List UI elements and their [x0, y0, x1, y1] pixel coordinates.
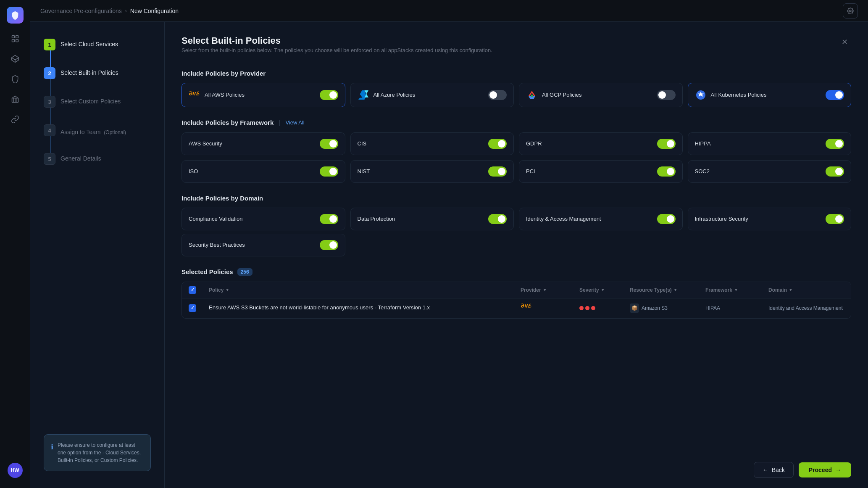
domain-infrastructure-card[interactable]: Infrastructure Security: [688, 208, 852, 230]
proceed-button[interactable]: Proceed →: [799, 462, 851, 477]
app-logo: [7, 7, 24, 24]
aws-toggle[interactable]: [320, 90, 338, 100]
col-resource: Resource Type(s) ▼: [630, 287, 705, 293]
back-arrow-icon: ←: [763, 467, 768, 473]
framework-hippa-card[interactable]: HIPPA: [688, 132, 852, 155]
provider-aws-card[interactable]: All AWS Policies: [181, 83, 345, 107]
domain-compliance-label: Compliance Validation: [189, 216, 242, 222]
sidebar-icon-link[interactable]: [7, 111, 24, 128]
nist-toggle[interactable]: [488, 166, 507, 177]
hippa-toggle[interactable]: [826, 139, 844, 149]
provider-filter-icon[interactable]: ▼: [543, 288, 547, 292]
step-5: 5 General Details: [44, 153, 151, 165]
user-avatar[interactable]: HW: [8, 463, 23, 478]
col-domain: Domain ▼: [768, 287, 844, 293]
severity-indicator: [579, 306, 630, 310]
compliance-toggle[interactable]: [320, 214, 338, 224]
pci-toggle[interactable]: [657, 166, 676, 177]
severity-dot-2: [585, 306, 589, 310]
info-icon: ℹ: [51, 442, 53, 464]
row-domain-1: Identity and Access Management: [768, 305, 844, 311]
provider-gcp-card[interactable]: All GCP Policies: [519, 83, 683, 107]
resource-icon-1: 📦: [630, 303, 639, 313]
step-3-number: 3: [44, 96, 55, 108]
col-framework: Framework ▼: [705, 287, 768, 293]
domain-data-protection-card[interactable]: Data Protection: [350, 208, 514, 230]
sidebar: HW: [0, 0, 30, 488]
framework-soc2-card[interactable]: SOC2: [688, 160, 852, 183]
domain-filter-icon[interactable]: ▼: [789, 288, 793, 292]
provider-azure-card[interactable]: All Azure Policies: [350, 83, 514, 107]
iso-toggle[interactable]: [320, 166, 338, 177]
step-4: 4 Assign to Team (Optional): [44, 124, 151, 136]
domain-security-best-card[interactable]: Security Best Practices: [181, 234, 345, 256]
k8s-toggle[interactable]: [826, 90, 844, 100]
view-all-link[interactable]: View All: [285, 119, 304, 126]
sidebar-icon-shield[interactable]: [7, 71, 24, 87]
framework-filter-icon[interactable]: ▼: [734, 288, 738, 292]
sidebar-icon-stack[interactable]: [7, 30, 24, 47]
step-3-label: Select Custom Policies: [60, 96, 121, 105]
resource-filter-icon[interactable]: ▼: [673, 288, 678, 292]
framework-aws-security-card[interactable]: AWS Security: [181, 132, 345, 155]
domain-data-protection-label: Data Protection: [358, 216, 395, 222]
aws-icon: [189, 89, 200, 101]
sidebar-icon-bank[interactable]: [7, 91, 24, 108]
step-connector-1-2: [50, 50, 51, 67]
gcp-icon: [526, 89, 538, 101]
framework-nist-card[interactable]: NIST: [350, 160, 514, 183]
svg-line-5: [11, 58, 15, 60]
azure-policy-label: All Azure Policies: [374, 92, 416, 98]
domain-grid: Compliance Validation Data Protection Id…: [181, 208, 851, 230]
bottom-bar: ← Back Proceed →: [754, 462, 851, 478]
row-checkbox-1[interactable]: [189, 304, 196, 312]
aws-policy-label: All AWS Policies: [205, 92, 245, 98]
svg-rect-0: [12, 36, 14, 38]
framework-cis-card[interactable]: CIS: [350, 132, 514, 155]
framework-cis-label: CIS: [358, 140, 367, 147]
select-all-checkbox[interactable]: [189, 286, 196, 294]
settings-button[interactable]: [843, 3, 858, 18]
page-title: Select Built-in Policies: [181, 35, 492, 46]
step-1-label: Select Cloud Services: [60, 39, 118, 47]
domain-identity-label: Identity & Access Management: [526, 216, 601, 222]
framework-hippa-label: HIPPA: [695, 140, 711, 147]
soc2-toggle[interactable]: [826, 166, 844, 177]
provider-k8s-card[interactable]: All Kubernetes Policies: [688, 83, 852, 107]
providers-grid: All AWS Policies All A: [181, 83, 851, 107]
gdpr-toggle[interactable]: [657, 139, 676, 149]
selected-policies-count: 256: [237, 268, 253, 276]
cis-toggle[interactable]: [488, 139, 507, 149]
domain-section-title: Include Policies by Domain: [181, 195, 851, 202]
framework-iso-card[interactable]: ISO: [181, 160, 345, 183]
domain-identity-card[interactable]: Identity & Access Management: [519, 208, 683, 230]
identity-toggle[interactable]: [657, 214, 676, 224]
breadcrumb-parent[interactable]: Governance Pre-configurations: [40, 8, 122, 14]
aws-security-toggle[interactable]: [320, 139, 338, 149]
security-best-toggle[interactable]: [320, 240, 338, 250]
framework-pci-card[interactable]: PCI: [519, 160, 683, 183]
data-protection-toggle[interactable]: [488, 214, 507, 224]
step-4-label: Assign to Team (Optional): [60, 127, 126, 135]
domain-infrastructure-label: Infrastructure Security: [695, 216, 748, 222]
info-box: ℹ Please ensure to configure at least on…: [44, 434, 151, 471]
step-connector-2-3: [50, 79, 51, 96]
severity-filter-icon[interactable]: ▼: [601, 288, 605, 292]
col-checkbox: [189, 286, 209, 294]
domain-compliance-card[interactable]: Compliance Validation: [181, 208, 345, 230]
row-framework-1: HIPAA: [705, 305, 768, 311]
infrastructure-toggle[interactable]: [826, 214, 844, 224]
back-button[interactable]: ← Back: [754, 462, 794, 478]
policy-filter-icon[interactable]: ▼: [225, 288, 229, 292]
step-4-number: 4: [44, 124, 55, 136]
close-button[interactable]: ✕: [838, 35, 851, 49]
sidebar-icon-layers[interactable]: [7, 50, 24, 67]
gcp-toggle[interactable]: [657, 90, 676, 100]
framework-gdpr-card[interactable]: GDPR: [519, 132, 683, 155]
svg-rect-2: [12, 40, 14, 42]
row-resource-1: 📦 Amazon S3: [630, 303, 705, 313]
proceed-arrow-icon: →: [835, 467, 841, 473]
framework-grid: AWS Security CIS GDPR: [181, 132, 851, 183]
right-panel: Select Built-in Policies Select from the…: [165, 22, 868, 488]
azure-toggle[interactable]: [488, 90, 507, 100]
